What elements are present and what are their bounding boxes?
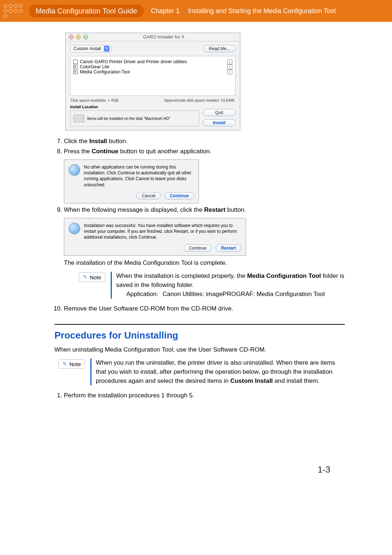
uninstall-step-1: Perform the installation procedures 1 th… bbox=[64, 392, 345, 399]
minimize-icon bbox=[76, 35, 81, 40]
step-8: Press the Continue button to quit anothe… bbox=[64, 148, 345, 203]
install-location-heading: Install Location bbox=[70, 105, 236, 109]
restart-dialog: Installation was successful. You have in… bbox=[64, 218, 246, 256]
cancel-button[interactable]: Cancel bbox=[136, 192, 161, 199]
checkbox-icon[interactable] bbox=[73, 70, 78, 74]
continue-button[interactable]: Continue bbox=[164, 192, 194, 199]
continue-dialog-text: No other applications can be running dur… bbox=[84, 164, 194, 188]
close-icon bbox=[69, 35, 74, 40]
step-9: When the following message is displayed,… bbox=[64, 206, 345, 299]
step-10: Remove the User Software CD-ROM from the… bbox=[64, 305, 345, 312]
installer-app-icon bbox=[69, 164, 80, 176]
chapter-title: Installing and Starting the Media Config… bbox=[188, 7, 336, 15]
continue-dialog: No other applications can be running dur… bbox=[64, 159, 199, 203]
dropdown-arrows-icon: ⇅ bbox=[104, 46, 110, 52]
uninstall-heading: Procedures for Uninstalling bbox=[54, 330, 345, 341]
install-type-dropdown[interactable]: Custom Install ⇅ bbox=[70, 45, 111, 52]
page-number: 1-3 bbox=[54, 465, 330, 475]
note-divider bbox=[90, 358, 91, 385]
note-block: ✎ Note When you run the uninstaller, the… bbox=[54, 358, 345, 385]
continue-button[interactable]: Continue bbox=[184, 244, 212, 252]
checkbox-icon[interactable] bbox=[73, 65, 78, 69]
readme-button[interactable]: Read Me... bbox=[203, 45, 236, 52]
restart-button[interactable]: Restart bbox=[216, 244, 241, 252]
pencil-icon: ✎ bbox=[83, 274, 87, 280]
application-path: Canon Utilities: imagePROGRAF: Media Con… bbox=[163, 290, 325, 299]
note-badge: ✎ Note bbox=[79, 272, 105, 282]
info-icon[interactable]: i bbox=[227, 69, 232, 74]
disk-needed: Approximate disk space needed: 19,648K bbox=[164, 98, 235, 102]
zoom-icon bbox=[83, 35, 88, 40]
installer-title: GARO Installer for X bbox=[90, 35, 237, 40]
quit-button[interactable]: Quit bbox=[203, 109, 236, 116]
note-badge: ✎ Note bbox=[58, 359, 85, 369]
guide-title: Media Configuration Tool Guide bbox=[29, 5, 144, 17]
disk-available: Disk space available: > 4GB bbox=[71, 98, 119, 102]
restart-dialog-text: Installation was successful. You have in… bbox=[84, 223, 241, 240]
info-icon[interactable]: i bbox=[227, 64, 232, 69]
list-item[interactable]: Media Configuration Tool i bbox=[73, 69, 232, 74]
install-button[interactable]: Install bbox=[203, 119, 236, 126]
note-block: ✎ Note When the installation is complete… bbox=[75, 272, 345, 299]
checkbox-icon[interactable] bbox=[73, 60, 78, 64]
installer-window: GARO Installer for X Custom Install ⇅ Re… bbox=[65, 33, 240, 130]
install-complete-text: The installation of the Media Configurat… bbox=[64, 259, 345, 267]
step-7: Click the Install button. bbox=[64, 138, 345, 145]
pencil-icon: ✎ bbox=[62, 361, 67, 367]
list-item[interactable]: Canon GARO Printer Driver and Printer dr… bbox=[73, 59, 232, 64]
list-item[interactable]: ColorGear Lite i bbox=[73, 64, 232, 69]
chapter-number: Chapter 1 bbox=[151, 7, 180, 15]
info-icon[interactable]: i bbox=[227, 59, 232, 64]
installer-app-icon bbox=[69, 223, 80, 234]
harddisk-icon bbox=[73, 114, 84, 122]
application-label: Application: bbox=[126, 290, 163, 299]
install-location-box: Items will be installed on the disk "Mac… bbox=[70, 110, 199, 126]
chapter-line: Chapter 1 Installing and Starting the Me… bbox=[151, 7, 336, 15]
note-divider bbox=[111, 272, 112, 299]
uninstall-intro: When uninstalling Media Configuration To… bbox=[54, 346, 345, 353]
install-items-list: Canon GARO Printer Driver and Printer dr… bbox=[70, 56, 236, 96]
section-divider bbox=[54, 324, 345, 325]
page-header: Media Configuration Tool Guide Chapter 1… bbox=[0, 0, 392, 22]
decorative-dots bbox=[4, 4, 25, 18]
